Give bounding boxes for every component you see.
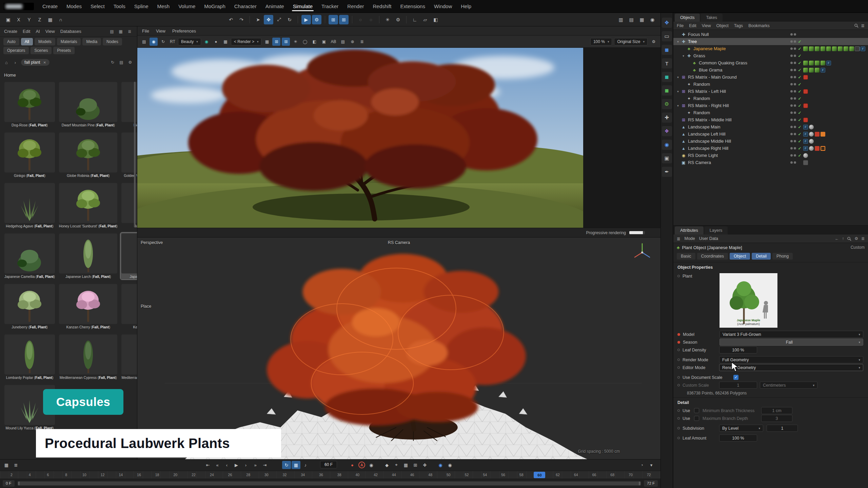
editor-visibility-dot[interactable] bbox=[790, 154, 793, 157]
custom-label[interactable]: Custom bbox=[851, 245, 865, 250]
menu-render[interactable]: Render bbox=[343, 0, 368, 12]
editor-visibility-dot[interactable] bbox=[790, 161, 793, 164]
render-view-image[interactable] bbox=[137, 48, 660, 228]
range-track[interactable] bbox=[17, 481, 641, 486]
transform-icon[interactable]: ✥ bbox=[662, 18, 672, 28]
filter-scenes[interactable]: Scenes bbox=[31, 47, 52, 54]
field-tag[interactable]: F bbox=[803, 132, 808, 137]
checker-icon[interactable]: ▦ bbox=[221, 38, 230, 46]
plant-preview-thumbnail[interactable]: Japanese Maple (Acer palmatum) bbox=[719, 273, 778, 328]
material-tag[interactable] bbox=[826, 46, 831, 51]
volume-icon[interactable]: ◼ bbox=[662, 72, 672, 82]
grid-tag[interactable] bbox=[855, 46, 860, 51]
layout-grid-icon[interactable]: ▦ bbox=[637, 15, 647, 24]
rt-toggle[interactable]: RT bbox=[169, 38, 177, 46]
sound-button[interactable]: ♪ bbox=[301, 461, 310, 469]
snapshot-b-icon[interactable]: ⊞ bbox=[282, 38, 290, 46]
axis-mode-button[interactable]: ∟ bbox=[410, 15, 419, 24]
field-tag[interactable]: F bbox=[803, 146, 808, 151]
keyframe-dot[interactable] bbox=[677, 427, 680, 429]
asset-view-icon-2[interactable]: ≣ bbox=[126, 28, 133, 35]
filter-auto[interactable]: Auto bbox=[3, 38, 19, 45]
leaf-density-field[interactable]: 100 % bbox=[719, 346, 757, 353]
render-visibility-dot[interactable] bbox=[794, 140, 796, 142]
render-visibility-dot[interactable] bbox=[794, 40, 796, 43]
keyframe-selection-button[interactable]: ◉ bbox=[367, 461, 376, 469]
enabled-check[interactable]: ✓ bbox=[797, 160, 802, 165]
object-row-random[interactable]: ✦Random✓ bbox=[673, 95, 868, 102]
editor-visibility-dot[interactable] bbox=[790, 47, 793, 50]
editor-visibility-dot[interactable] bbox=[790, 111, 793, 114]
render-menu-preferences[interactable]: Preferences bbox=[172, 28, 196, 34]
custom-scale-field[interactable]: 1 bbox=[719, 382, 757, 389]
max-depth-checkbox[interactable]: ✓ bbox=[694, 416, 699, 421]
asset-tile-japanese-camellia[interactable]: Japanese Camellia (Fall, Plant) bbox=[3, 232, 56, 280]
key-scale-toggle[interactable]: ⌖ bbox=[392, 461, 401, 469]
search-option-icon-1[interactable]: ▤ bbox=[118, 59, 125, 66]
rs-tag[interactable] bbox=[803, 75, 808, 80]
keyframe-dot[interactable] bbox=[677, 333, 680, 336]
attr-tabbtn-coordinates[interactable]: Coordinates bbox=[697, 253, 728, 260]
goto-end-button[interactable]: ⇥ bbox=[260, 461, 269, 469]
enabled-check[interactable]: ✓ bbox=[797, 39, 802, 44]
object-properties-header[interactable]: Object Properties bbox=[673, 262, 868, 271]
max-depth-field[interactable]: 3 bbox=[761, 415, 792, 422]
select-tool[interactable]: ➤ bbox=[253, 15, 263, 24]
asset-tile-japanese-maple[interactable]: Japanese Maple (Fall, Plant) bbox=[120, 232, 137, 280]
om-menu-object[interactable]: Object bbox=[716, 23, 729, 28]
asset-tile-japanese-larch[interactable]: Japanese Larch (Fall, Plant) bbox=[58, 232, 119, 280]
asset-view-icon-1[interactable]: ▦ bbox=[117, 28, 124, 35]
redshift-render-icon[interactable]: ◉ bbox=[150, 38, 158, 46]
asset-tile-lombardy-poplar[interactable]: Lombardy Poplar (Fall, Plant) bbox=[3, 333, 56, 381]
material-tag[interactable] bbox=[815, 61, 820, 65]
material-tag[interactable] bbox=[803, 61, 808, 65]
viewport-label[interactable]: Perspective bbox=[141, 240, 163, 245]
pen-icon[interactable]: ✒ bbox=[662, 167, 672, 177]
enabled-check[interactable]: ✓ bbox=[797, 146, 802, 151]
object-row-rs-dome-light[interactable]: ◉RS Dome Light✓ bbox=[673, 152, 868, 159]
asset-tile-ginkgo[interactable]: Ginkgo (Fall, Plant) bbox=[3, 131, 56, 179]
autokey-button[interactable]: A bbox=[358, 462, 365, 468]
asset-tile-kentia-palm[interactable]: Kentia Palm (Fall, Plant) bbox=[120, 283, 137, 330]
om-menu-bookmarks[interactable]: Bookmarks bbox=[748, 23, 770, 28]
solo-toggle[interactable]: ◉ bbox=[436, 461, 445, 469]
mode-menu[interactable]: Mode bbox=[684, 236, 695, 241]
render-preset-dropdown[interactable]: < Render > bbox=[231, 38, 262, 45]
enabled-check[interactable]: ✓ bbox=[797, 110, 802, 115]
menu-tools[interactable]: Tools bbox=[109, 0, 130, 12]
editor-visibility-dot[interactable] bbox=[790, 69, 793, 71]
object-row-random[interactable]: ✦Random✓ bbox=[673, 81, 868, 88]
filter-presets[interactable]: Presets bbox=[53, 47, 75, 54]
field-tag[interactable]: F bbox=[803, 139, 808, 144]
keyframe-dot[interactable] bbox=[677, 341, 680, 344]
red-tag[interactable] bbox=[815, 146, 820, 151]
render-visibility-dot[interactable] bbox=[794, 62, 796, 64]
coord-system-icon[interactable]: ▦ bbox=[45, 15, 55, 24]
camera-icon[interactable]: ▣ bbox=[662, 153, 672, 163]
beauty-dropdown[interactable]: Beauty bbox=[178, 38, 201, 45]
om-menu-file[interactable]: File bbox=[677, 23, 684, 28]
enabled-check[interactable]: ✓ bbox=[797, 125, 802, 129]
keyframe-dot[interactable] bbox=[677, 376, 680, 379]
search-chip[interactable]: fall plant ✕ bbox=[21, 59, 50, 66]
render-visibility-dot[interactable] bbox=[794, 33, 796, 36]
attr-tab-layers[interactable]: Layers bbox=[704, 226, 728, 235]
user-data-menu[interactable]: User Data bbox=[699, 236, 718, 241]
filter-models[interactable]: Models bbox=[35, 38, 55, 45]
key-pla-toggle[interactable]: ✥ bbox=[420, 461, 429, 469]
asset-menu-create[interactable]: Create bbox=[4, 29, 17, 34]
enabled-check[interactable]: ✓ bbox=[797, 96, 802, 101]
menu-redshift[interactable]: Redshift bbox=[369, 0, 396, 12]
attr-tabbtn-detail[interactable]: Detail bbox=[752, 253, 771, 260]
play-button[interactable]: ▶ bbox=[232, 461, 241, 469]
ball-tag[interactable] bbox=[809, 125, 814, 129]
detail-section-header[interactable]: Detail bbox=[673, 397, 868, 407]
expander-icon[interactable]: ▾ bbox=[681, 54, 686, 58]
render-visibility-dot[interactable] bbox=[794, 119, 796, 121]
filter-nodes[interactable]: Nodes bbox=[103, 38, 122, 45]
menu-simulate[interactable]: Simulate bbox=[289, 0, 317, 12]
om-menu-edit[interactable]: Edit bbox=[689, 23, 696, 28]
attr-tabbtn-basic[interactable]: Basic bbox=[677, 253, 695, 260]
keyframe-dot[interactable] bbox=[677, 366, 680, 369]
menu-create[interactable]: Create bbox=[38, 0, 62, 12]
